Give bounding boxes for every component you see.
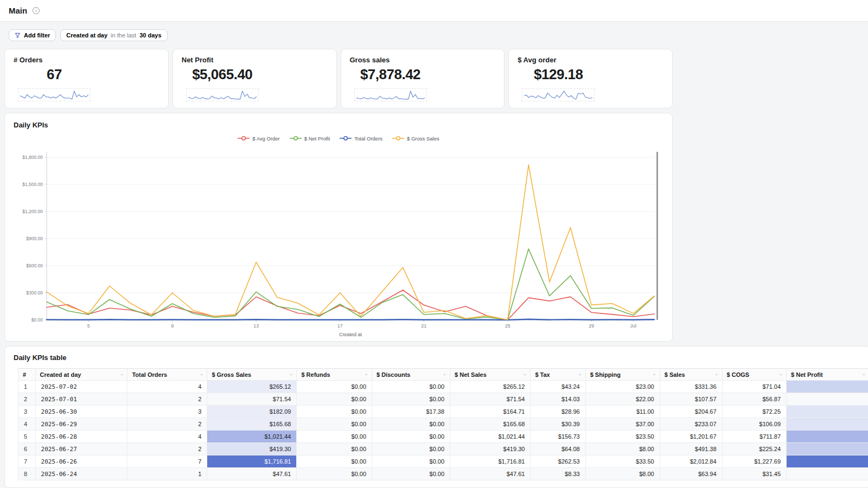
sort-chevron-icon[interactable]: ⌄ (200, 371, 204, 376)
cell-np (787, 443, 868, 455)
cell-net_sales: $265.12 (450, 381, 531, 393)
column-header-sales[interactable]: $ Sales⌄ (660, 369, 722, 381)
cell-refunds: $0.00 (297, 431, 372, 443)
table-row: 62025-06-272$419.30$0.00$0.00$419.30$64.… (18, 443, 868, 455)
x-axis-label: 17 (337, 323, 343, 329)
cell-sales: $204.67 (660, 406, 722, 418)
cell-tax: $28.96 (531, 406, 585, 418)
column-header-tax[interactable]: $ Tax⌄ (531, 369, 585, 381)
cell-gross: $419.30 (207, 443, 297, 455)
column-header-label: $ Gross Sales (212, 371, 251, 378)
sort-chevron-icon[interactable]: ⌄ (779, 371, 783, 376)
legend-marker-icon (290, 136, 302, 141)
cell-date: 2025-07-01 (35, 393, 127, 406)
cell-np (787, 381, 868, 393)
column-header-net-profit[interactable]: $ Net Profit⌄ (787, 369, 868, 381)
cell-shipping: $37.00 (585, 418, 660, 431)
table-row: 12025-07-024$265.12$0.00$0.00$265.12$43.… (18, 381, 868, 393)
cell-np (787, 431, 868, 443)
cell-tax: $8.33 (531, 468, 585, 480)
filter-chip-field: Created at day (66, 32, 107, 38)
sort-chevron-icon[interactable]: ⌄ (289, 371, 293, 376)
cell-net_sales: $164.71 (450, 406, 531, 418)
y-axis-label: $1,500.00 (22, 182, 43, 187)
sort-chevron-icon[interactable]: ⌄ (523, 371, 527, 376)
sort-chevron-icon[interactable]: ⌄ (652, 371, 656, 376)
legend-label: Total Orders (354, 136, 382, 142)
sort-chevron-icon[interactable]: ⌄ (120, 371, 124, 376)
legend-item[interactable]: $ Net Profit (290, 136, 330, 142)
x-axis-label: 9 (171, 323, 174, 329)
kpi-value: $5,065.40 (182, 66, 263, 83)
cell-cogs: $225.24 (722, 443, 787, 455)
column-header-gross-sales[interactable]: $ Gross Sales⌄ (207, 369, 297, 381)
sort-chevron-icon[interactable]: ⌄ (714, 371, 719, 376)
table-row: 72025-06-267$1,716.81$0.00$0.00$1,716.81… (18, 455, 868, 468)
x-axis-label: 13 (253, 323, 259, 329)
cell-cogs: $71.04 (722, 381, 787, 393)
legend-label: $ Avg Order (252, 136, 280, 142)
cell-num: 2 (18, 393, 36, 406)
table-title: Daily KPIs table (5, 346, 868, 368)
x-axis-label: Jul (630, 323, 637, 329)
y-axis-label: $0.00 (31, 317, 43, 323)
cell-gross: $47.61 (207, 468, 297, 480)
column-header-label: $ Discounts (376, 371, 410, 378)
column-header-net-sales[interactable]: $ Net Sales⌄ (450, 369, 531, 381)
kpi-value: $129.18 (518, 66, 599, 83)
cell-num: 7 (18, 455, 36, 468)
series-line-total_orders (47, 319, 654, 320)
legend-item[interactable]: $ Gross Sales (392, 136, 439, 142)
sort-chevron-icon[interactable]: ⌄ (861, 371, 866, 376)
cell-shipping: $8.00 (585, 468, 660, 480)
cell-tax: $262.53 (531, 455, 585, 468)
y-axis-label: $600.00 (26, 263, 43, 268)
cell-refunds: $0.00 (297, 406, 372, 418)
cell-date: 2025-06-28 (35, 431, 127, 443)
series-line-gross_sales (47, 165, 654, 320)
cell-sales: $107.57 (660, 393, 722, 406)
cell-date: 2025-06-26 (35, 455, 127, 468)
cell-orders: 7 (127, 455, 207, 468)
cell-sales: $2,012.84 (660, 455, 722, 468)
info-icon[interactable]: i (33, 7, 40, 14)
add-filter-button[interactable]: Add filter (9, 29, 56, 41)
cell-shipping: $33.50 (585, 455, 660, 468)
kpi-card-gross-sales: Gross sales $7,878.42 (341, 49, 505, 108)
daily-kpis-line-chart[interactable]: $0.00$300.00$600.00$900.00$1,200.00$1,50… (5, 145, 672, 336)
cell-tax: $64.08 (531, 443, 585, 455)
sort-chevron-icon[interactable]: ⌄ (443, 371, 447, 376)
chart-legend: $ Avg Order$ Net ProfitTotal Orders$ Gro… (5, 131, 672, 145)
legend-marker-icon (238, 136, 250, 141)
kpi-value: 67 (14, 66, 95, 83)
kpi-card-orders: # Orders 67 (4, 49, 169, 108)
page-title: Main (9, 6, 27, 15)
filter-chip-value: 30 days (139, 32, 161, 38)
sort-chevron-icon[interactable]: ⌄ (578, 371, 582, 376)
x-axis-label: 29 (589, 323, 594, 329)
cell-orders: 4 (127, 431, 207, 443)
column-header-refunds[interactable]: $ Refunds⌄ (297, 369, 372, 381)
cell-shipping: $23.00 (585, 381, 660, 393)
sort-chevron-icon[interactable]: ⌄ (365, 371, 369, 376)
cell-discounts: $0.00 (372, 455, 450, 468)
y-axis-label: $300.00 (26, 290, 43, 296)
column-header-discounts[interactable]: $ Discounts⌄ (372, 369, 450, 381)
legend-item[interactable]: Total Orders (340, 136, 382, 142)
kpi-sparkline (522, 88, 595, 101)
cell-net_sales: $165.68 (450, 418, 531, 431)
cell-cogs: $56.87 (722, 393, 787, 406)
cell-num: 3 (18, 406, 36, 418)
column-header-total-orders[interactable]: Total Orders⌄ (127, 369, 207, 381)
column-header-cogs[interactable]: $ COGS⌄ (722, 369, 787, 381)
legend-item[interactable]: $ Avg Order (238, 136, 280, 142)
cell-orders: 3 (127, 406, 207, 418)
filter-chip[interactable]: Created at day in the last 30 days (60, 29, 167, 41)
kpi-value: $7,878.42 (350, 66, 431, 83)
cell-gross: $1,021.44 (207, 431, 297, 443)
cell-cogs: $31.45 (722, 468, 787, 480)
column-header-label: $ Net Sales (455, 371, 487, 378)
column-header-shipping[interactable]: $ Shipping⌄ (585, 369, 660, 381)
cell-net_sales: $419.30 (450, 443, 531, 455)
column-header-created-at-day[interactable]: Created at day⌄ (35, 369, 127, 381)
